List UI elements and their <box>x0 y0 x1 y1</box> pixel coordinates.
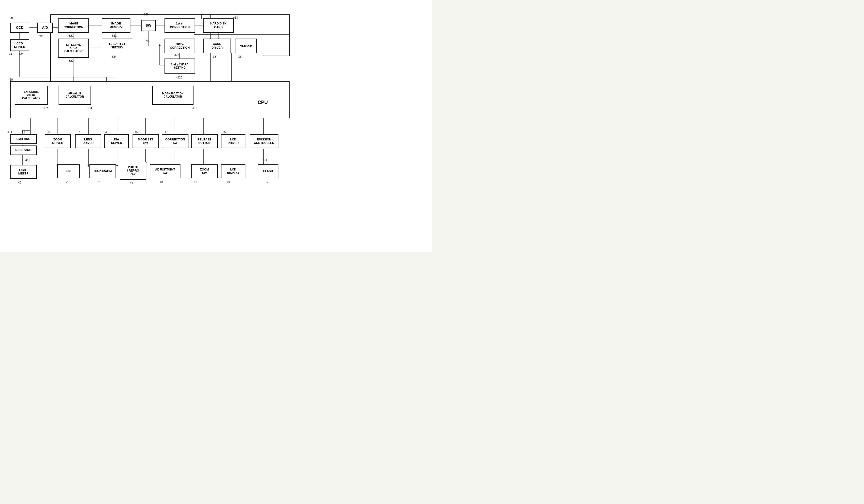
ccd-driver-block: CCDDRIVER <box>10 39 29 51</box>
diaphragm-block: DIAPHRAGM <box>89 164 116 178</box>
mode-set-sw-block: MODE SETSW <box>133 134 159 148</box>
photo-repro-block: PHOTO/ REPROSW <box>120 162 146 180</box>
label-7: 7 <box>267 180 268 184</box>
label-40: 40 <box>18 181 21 184</box>
second-correction-block: 2nd γ-CORRECTION <box>165 39 195 53</box>
second-chara-block: 2nd γ-CHARASETTING <box>165 59 195 74</box>
svg-marker-57 <box>116 165 118 167</box>
label-2: 2 <box>66 180 68 184</box>
lcd-display-block: LCDDISPLAY <box>221 164 245 178</box>
zoom-sw-block: ZOOMSW <box>191 164 218 178</box>
release-button-block: RELEASEBUTTON <box>191 134 218 148</box>
effective-area-block: EFFECTIVEAREACALCULATOR <box>58 39 89 58</box>
label-33: 33 <box>213 55 216 58</box>
label-18: 18 <box>160 180 163 184</box>
ccd-block: CCD <box>10 23 29 33</box>
emitting-block: EMITTING <box>10 134 37 144</box>
af-calc-block: AF VALUECALCULATOR <box>59 86 91 105</box>
exposure-calc-block: EXPOSUREVALUECALCULATOR <box>15 86 48 105</box>
lcd-driver-block: LCDDRIVER <box>221 134 245 148</box>
svg-marker-83 <box>159 44 161 46</box>
label-326: 326 <box>144 13 148 16</box>
dia-driver-block: DIADRIVER <box>104 134 129 148</box>
ad-block: A/D <box>37 23 53 33</box>
label-19: 19 <box>227 180 230 184</box>
label-35: 35 <box>223 130 226 134</box>
label-13: ~13 <box>233 16 238 19</box>
diagram: CCD CCDDRIVER A/D IMAGECORRECTION EFFECT… <box>0 0 432 252</box>
label-323: 323 <box>112 34 117 37</box>
hard-disk-card-block: HARD DISKCARD <box>203 18 234 33</box>
label-39: 39 <box>105 130 108 134</box>
label-303: ~303 <box>85 107 92 110</box>
label-37: 37 <box>77 130 80 134</box>
label-302: ~302 <box>41 107 48 110</box>
label-411: 411 <box>8 130 12 134</box>
receiving-block: RECEIVING <box>10 146 37 155</box>
magnification-calc-block: MAGNIFICATIONCALCULATOR <box>152 86 193 105</box>
image-memory-block: IMAGEMEMORY <box>102 18 130 33</box>
label-16: 16 <box>135 130 138 134</box>
label-325: ~325 <box>176 76 182 79</box>
label-32: 32~ <box>19 52 24 55</box>
label-328: 328 <box>144 39 148 42</box>
first-chara-block: 1st γ-CHARASETTING <box>102 39 132 53</box>
lens-driver-block: LENSDRIVER <box>75 134 101 148</box>
svg-marker-53 <box>87 165 89 167</box>
label-320: 320 <box>39 35 44 38</box>
adjustment-sw-block: ADJUSTMENTSW <box>150 164 180 178</box>
label-12: 12 <box>130 182 133 185</box>
label-38: 38 <box>47 130 50 134</box>
label-11: 11 <box>194 180 197 184</box>
zoom-driver-block: ZOOMDRIVER <box>45 134 71 148</box>
label-301: ~301 <box>190 107 197 110</box>
label-324: 324 <box>112 55 117 58</box>
label-30: 30 <box>10 78 13 81</box>
correction-sw-block: CORRECTIONSW <box>162 134 189 148</box>
label-31: 31 <box>9 52 12 55</box>
label-327: 327 <box>175 53 179 57</box>
connections-svg <box>0 0 432 252</box>
label-322: 322 <box>69 59 73 62</box>
memory-block: MEMORY <box>236 39 257 53</box>
card-driver-block: CARDDRIVER <box>203 39 231 53</box>
label-412: 412 <box>25 159 30 162</box>
label-34: ~34 <box>262 158 267 161</box>
first-correction-block: 1st γ-CORRECTION <box>165 18 195 33</box>
label-20: 20 <box>10 16 13 20</box>
emission-controller-block: EMISSIONCONTROLLER <box>250 134 278 148</box>
label-21: 21 <box>97 180 100 184</box>
label-41: 41 <box>22 130 25 134</box>
flash-block: FLASH <box>257 164 278 178</box>
light-meter-block: LIGHTMETER <box>10 165 37 179</box>
sw-block: SW <box>141 20 156 31</box>
label-36: 36 <box>238 55 241 58</box>
lens-block: LENS <box>57 164 80 178</box>
label-321: 321 <box>69 34 73 37</box>
label-17: 17 <box>165 130 168 134</box>
cpu-box: CPU <box>10 81 290 118</box>
label-10: 10 <box>192 130 195 134</box>
image-correction-block: IMAGECORRECTION <box>58 18 89 33</box>
